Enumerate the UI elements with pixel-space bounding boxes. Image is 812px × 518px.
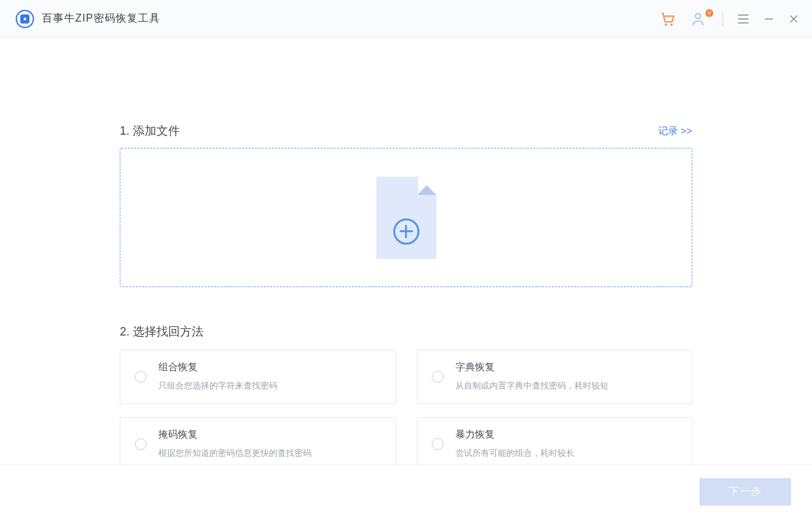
minimize-icon — [764, 14, 774, 24]
radio-icon — [432, 438, 444, 450]
method-title: 掩码恢复 — [158, 428, 311, 441]
cart-icon — [660, 10, 677, 27]
method-dictionary[interactable]: 字典恢复 从自制或内置字典中查找密码，耗时较短 — [417, 350, 693, 404]
method-combination[interactable]: 组合恢复 只组合您选择的字符来查找密码 — [120, 350, 396, 404]
records-link[interactable]: 记录 >> — [658, 125, 692, 137]
main-content: 1. 添加文件 记录 >> 2. 选择找回方法 组合恢复 只组合您选择的字符来查… — [0, 38, 812, 472]
plus-icon — [393, 218, 419, 245]
method-desc: 只组合您选择的字符来查找密码 — [158, 380, 277, 392]
header-left: 百事牛ZIP密码恢复工具 — [16, 10, 160, 28]
svg-point-0 — [665, 24, 667, 26]
menu-icon — [737, 14, 749, 24]
radio-icon — [432, 371, 444, 383]
header-right: V — [660, 10, 799, 27]
account-button[interactable]: V — [691, 12, 708, 26]
vip-badge-icon: V — [705, 9, 713, 17]
footer-bar: 下一步 — [0, 464, 812, 518]
svg-point-1 — [671, 24, 673, 26]
svg-point-2 — [696, 13, 701, 18]
method-bruteforce[interactable]: 暴力恢复 尝试所有可能的组合，耗时较长 — [417, 417, 693, 472]
method-desc: 根据您所知道的密码信息更快的查找密码 — [158, 447, 311, 459]
method-title: 组合恢复 — [158, 361, 277, 373]
title-bar: 百事牛ZIP密码恢复工具 V — [0, 0, 812, 38]
header-divider — [722, 12, 723, 26]
app-title: 百事牛ZIP密码恢复工具 — [42, 12, 160, 26]
file-dropzone[interactable] — [120, 148, 692, 287]
method-title: 字典恢复 — [455, 361, 609, 373]
add-file-icon — [376, 177, 436, 259]
close-icon — [788, 14, 799, 24]
step1-header: 1. 添加文件 记录 >> — [120, 123, 692, 139]
step2-title: 2. 选择找回方法 — [120, 324, 692, 339]
close-button[interactable] — [788, 14, 799, 24]
radio-icon — [135, 438, 147, 450]
app-logo-icon — [16, 10, 34, 28]
menu-button[interactable] — [737, 14, 749, 24]
next-button[interactable]: 下一步 — [699, 478, 791, 506]
minimize-button[interactable] — [764, 14, 774, 24]
method-title: 暴力恢复 — [455, 428, 574, 441]
method-desc: 尝试所有可能的组合，耗时较长 — [455, 447, 574, 459]
method-mask[interactable]: 掩码恢复 根据您所知道的密码信息更快的查找密码 — [120, 417, 396, 472]
methods-grid: 组合恢复 只组合您选择的字符来查找密码 字典恢复 从自制或内置字典中查找密码，耗… — [120, 350, 692, 472]
step1-title: 1. 添加文件 — [120, 123, 180, 139]
method-desc: 从自制或内置字典中查找密码，耗时较短 — [455, 380, 609, 392]
radio-icon — [135, 371, 147, 383]
cart-button[interactable] — [660, 10, 677, 27]
